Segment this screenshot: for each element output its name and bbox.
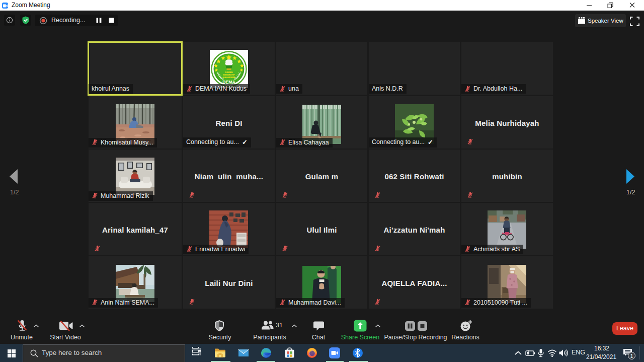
- svg-text:MAHASISWA: MAHASISWA: [223, 76, 235, 79]
- svg-text:DEMA: DEMA: [222, 80, 235, 85]
